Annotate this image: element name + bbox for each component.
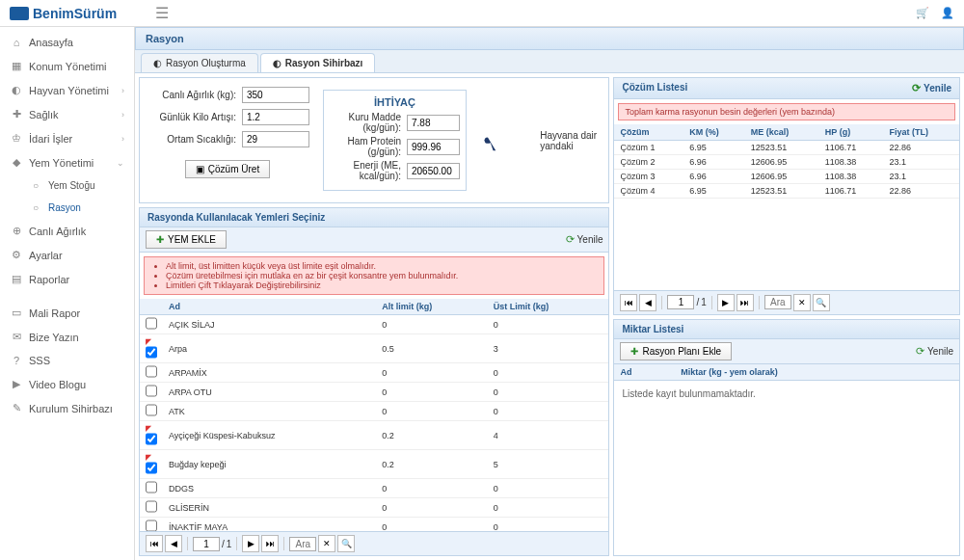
generate-icon: ▣ [196,164,204,174]
user-icon[interactable]: 👤 [941,7,954,19]
sidebar-item[interactable]: ▦Konum Yönetimi [0,54,134,78]
table-row[interactable]: Çözüm 46.9512523.511106.7122.86 [614,184,959,199]
sidebar-item[interactable]: ✎Kurulum Sihirbazı [0,396,134,420]
tab[interactable]: ◐Rasyon Sihirbazı [260,53,376,72]
column-header[interactable]: Ad [614,364,675,381]
column-header[interactable]: HP (g) [819,124,884,141]
sidebar-item[interactable]: ?SSS [0,349,134,372]
cozum-uret-button[interactable]: ▣Çözüm Üret [185,160,270,178]
ortam-sicaklik-input[interactable] [242,131,309,147]
menu-icon: ✚ [10,108,23,120]
row-checkbox[interactable] [146,481,157,493]
search-button[interactable]: 🔍 [337,535,355,552]
first-page-button[interactable]: ⏮ [146,535,163,552]
table-row[interactable]: Çözüm 36.9612606.951108.3823.1 [614,170,959,184]
sidebar-item[interactable]: ▭Mali Rapor [0,301,134,325]
search-input[interactable] [289,537,316,551]
sidebar-label: Kurulum Sihirbazı [29,403,113,414]
table-row[interactable]: ◤Ayçiçeği Küspesi-Kabuksuz0.24 [140,421,608,450]
refresh-button[interactable]: ⟳Yenile [566,233,603,246]
yem-ekle-button[interactable]: ✚YEM EKLE [146,230,227,249]
ham-protein-input[interactable] [407,139,460,155]
sidebar-label: Video Blogu [29,379,86,390]
row-checkbox[interactable] [146,462,157,474]
sidebar-item[interactable]: ◆Yem Yönetimi⌄ [0,150,134,174]
column-header[interactable]: Alt limit (kg) [376,299,488,315]
column-header[interactable]: Üst Limit (kg) [488,299,609,315]
column-header[interactable] [140,299,163,315]
miktar-table: AdMiktar (kg - yem olarak) [614,364,959,381]
row-checkbox[interactable] [146,500,157,513]
table-row[interactable]: DDGS00 [140,479,608,498]
page-input[interactable] [667,295,694,309]
menu-icon: ◐ [10,84,23,96]
sidebar-item[interactable]: ⊕Canlı Ağırlık [0,219,134,243]
next-page-button[interactable]: ▶ [242,535,259,552]
clear-search-button[interactable]: ✕ [793,294,811,311]
table-row[interactable]: AÇIK SİLAJ00 [140,315,608,334]
clear-search-button[interactable]: ✕ [318,535,335,552]
table-row[interactable]: Çözüm 16.9512523.511106.7122.86 [614,141,959,155]
sidebar-item[interactable]: ◐Hayvan Yönetimi› [0,78,134,102]
table-row[interactable]: Çözüm 26.9612606.951108.3823.1 [614,155,959,170]
row-checkbox[interactable] [146,520,157,531]
column-header[interactable]: Çözüm [614,124,683,141]
table-row[interactable]: ◤Buğday kepeği0.25 [140,450,608,479]
warning-box: Alt limit, üst limitten küçük veya üst l… [144,256,604,295]
row-checkbox[interactable] [146,317,157,330]
last-page-button[interactable]: ⏭ [736,294,754,311]
pager: ⏮ ◀ / 1 ▶ ⏭ ✕ 🔍 [614,290,959,314]
column-header[interactable]: Fiyat (TL) [883,124,959,141]
sidebar-item[interactable]: ⚙Ayarlar [0,243,134,267]
column-header[interactable]: Ad [163,299,376,315]
table-row[interactable]: ATK00 [140,402,608,421]
sidebar-item[interactable]: ○Rasyon [0,197,134,219]
cart-icon[interactable]: 🛒 [916,7,929,19]
refresh-button[interactable]: ⟳Yenile [916,345,953,358]
column-header[interactable]: ME (kcal) [745,124,819,141]
prev-page-button[interactable]: ◀ [639,294,656,311]
sidebar-item[interactable]: ○Yem Stoğu [0,174,134,197]
refresh-button[interactable]: ⟳Yenile [912,82,951,94]
sidebar-label: Konum Yönetimi [29,61,107,72]
column-header[interactable]: KM (%) [683,124,745,141]
sidebar-item[interactable]: ▶Video Blogu [0,372,134,396]
table-row[interactable]: ARPAMİX00 [140,363,608,383]
cow-icon [480,114,532,167]
column-header[interactable]: Miktar (kg - yem olarak) [675,364,959,381]
hamburger-icon[interactable]: ☰ [155,4,169,22]
rasyon-plani-ekle-button[interactable]: ✚Rasyon Planı Ekle [620,342,732,360]
table-row[interactable]: GLİSERİN00 [140,498,608,518]
page-input[interactable] [193,537,220,551]
menu-icon: ▶ [10,378,23,390]
row-checkbox[interactable] [146,433,157,445]
search-button[interactable]: 🔍 [813,294,830,311]
first-page-button[interactable]: ⏮ [620,294,637,311]
sidebar-label: Yem Yönetimi [29,157,94,169]
sidebar-label: Mali Rapor [29,307,80,319]
enerji-input[interactable] [407,163,460,179]
canli-agirlik-input[interactable] [242,87,309,103]
sidebar-item[interactable]: ✉Bize Yazın [0,325,134,349]
table-row[interactable]: ARPA OTU00 [140,383,608,402]
tab[interactable]: ◐Rasyon Oluşturma [141,53,258,72]
search-input[interactable] [764,295,791,309]
table-row[interactable]: İNAKTİF MAYA00 [140,518,608,532]
table-row[interactable]: ◤Arpa0.53 [140,334,608,363]
kuru-madde-input[interactable] [407,115,460,131]
tab-icon: ◐ [153,58,162,68]
row-checkbox[interactable] [146,404,157,416]
prev-page-button[interactable]: ◀ [165,535,182,552]
sidebar-item[interactable]: ⌂Anasayfa [0,31,134,54]
row-checkbox[interactable] [146,346,157,359]
next-page-button[interactable]: ▶ [717,294,735,311]
last-page-button[interactable]: ⏭ [261,535,279,552]
row-checkbox[interactable] [146,385,157,397]
flag-icon: ◤ [146,424,151,433]
row-checkbox[interactable] [146,365,157,378]
sidebar-item[interactable]: ✚Sağlık› [0,102,134,126]
form-label: Ortam Sıcaklığı: [146,134,242,145]
sidebar-item[interactable]: ♔İdari İşler› [0,126,134,150]
gunluk-kilo-input[interactable] [242,109,309,125]
sidebar-item[interactable]: ▤Raporlar [0,267,134,291]
